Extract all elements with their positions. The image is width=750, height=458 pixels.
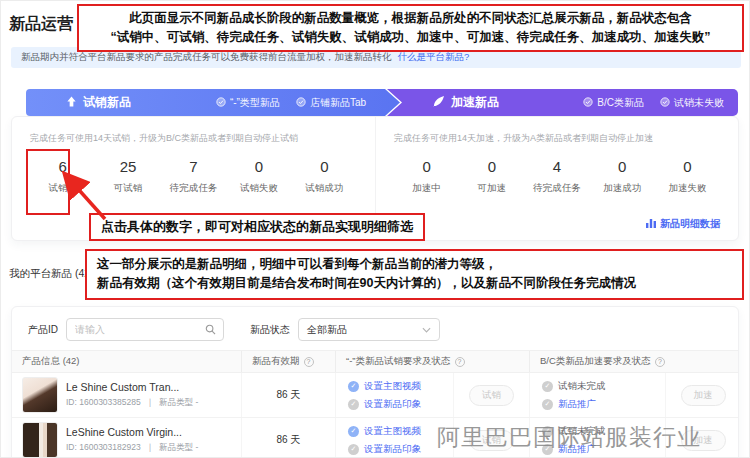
tab-accelerate-label: 加速新品 xyxy=(451,94,499,111)
accel-button-cell: 加速 xyxy=(666,373,739,417)
products-annotation-box: 这一部分展示的是新品明细，明细中可以看到每个新品当前的潜力等级， 新品有效期（这… xyxy=(85,249,744,300)
info-banner-text: 新品期内并符合平台新品要求的产品完成任务可以免费获得前台流量加权，加速新品转化 xyxy=(21,51,392,64)
check-icon xyxy=(348,399,359,410)
help-icon[interactable] xyxy=(304,357,314,367)
product-id-input[interactable] xyxy=(75,324,199,335)
product-name[interactable]: Le Shine Custom Tran... xyxy=(66,381,198,393)
product-id: ID: 1600303385285 xyxy=(66,397,141,409)
check-icon xyxy=(348,426,359,437)
what-is-platform-new-product-link[interactable]: 什么是平台新品? xyxy=(398,51,470,64)
task-set-main-video[interactable]: 设置主图视频 xyxy=(364,425,421,438)
tag-label: “-”类型新品 xyxy=(230,96,280,110)
products-annotation-line2: 新品有效期（这个有效期目前是结合发布时间在90天内计算的），以及新品不同阶段任务… xyxy=(97,274,732,293)
stat-accel-succeeded[interactable]: 0加速成功 xyxy=(590,158,655,195)
stat-accel-pending-tasks[interactable]: 4待完成任务 xyxy=(524,158,589,195)
validity-cell: 86 天 xyxy=(242,418,336,458)
accelerate-stats-hint: 完成任务可使用14天加速，升级为A类新品或者到期自动停止加速 xyxy=(394,132,720,145)
check-icon xyxy=(348,381,359,392)
arrow-up-launch-icon xyxy=(66,96,77,110)
new-product-detail-data-link[interactable]: 新品明细数据 xyxy=(646,217,720,231)
check-circle-icon xyxy=(660,97,670,109)
product-type: 新品类型 - xyxy=(159,442,198,454)
tab-trial-new-products[interactable]: 试销新品 “-”类型新品 店铺新品Tab xyxy=(26,89,400,116)
top-annotation-line1: 此页面显示不同新品成长阶段的新品数量概览，根据新品所处的不同状态汇总展示新品，新… xyxy=(85,9,736,28)
tag-store-new-product-tab: 店铺新品Tab xyxy=(296,96,366,110)
stat-trial-succeeded[interactable]: 0试销成功 xyxy=(292,158,357,195)
product-thumbnail xyxy=(22,422,58,458)
check-circle-icon xyxy=(583,97,593,109)
rocket-icon xyxy=(433,95,445,110)
stat-trial-in-progress[interactable]: 6试销中 xyxy=(30,158,95,195)
stat-accel-in-progress[interactable]: 0加速中 xyxy=(394,158,459,195)
bar-chart-icon xyxy=(646,218,656,230)
tab-accelerate-new-products[interactable]: 加速新品 B/C类新品 试销未失败 xyxy=(387,89,738,116)
product-id-label: 产品ID xyxy=(28,323,58,337)
product-id-input-wrap xyxy=(66,318,224,341)
product-info-cell: LeShine Custom Virgin... ID: 16003031829… xyxy=(12,418,242,458)
search-icon[interactable] xyxy=(205,324,216,337)
page-title: 新品运营 xyxy=(9,14,73,35)
chevron-down-icon xyxy=(422,324,431,335)
help-icon[interactable] xyxy=(455,357,465,367)
task-set-impression[interactable]: 设置新品印象 xyxy=(364,443,421,456)
trial-button[interactable]: 试销 xyxy=(469,385,514,406)
tag-label: B/C类新品 xyxy=(597,96,644,110)
status-filter-label: 新品状态 xyxy=(250,323,290,337)
task-set-main-video[interactable]: 设置主图视频 xyxy=(364,380,421,393)
task-new-product-promotion[interactable]: 新品推广 xyxy=(558,398,596,411)
col-accel-requirements: B/C类新品加速要求及状态 xyxy=(530,351,739,372)
stats-annotation-box: 点击具体的数字，即可对相应状态的新品实现明细筛选 xyxy=(89,213,425,241)
check-circle-icon xyxy=(296,97,306,109)
stat-trial-available[interactable]: 25可试销 xyxy=(95,158,160,195)
tag-bc-class-new-product: B/C类新品 xyxy=(583,96,644,110)
top-annotation-box: 此页面显示不同新品成长阶段的新品数量概览，根据新品所处的不同状态汇总展示新品，新… xyxy=(77,4,744,52)
detail-link-label: 新品明细数据 xyxy=(660,217,720,231)
trial-stats-hint: 完成任务可使用14天试销，升级为B/C类新品或者到期自动停止试销 xyxy=(30,132,357,145)
stat-accel-available[interactable]: 0可加速 xyxy=(459,158,524,195)
tag-dash-type-new-product: “-”类型新品 xyxy=(216,96,280,110)
tag-trial-not-failed: 试销未失败 xyxy=(660,96,724,110)
check-icon xyxy=(542,381,553,392)
task-set-impression[interactable]: 设置新品印象 xyxy=(364,398,421,411)
product-type: 新品类型 - xyxy=(159,397,198,409)
trial-tasks-cell: 设置主图视频 设置新品印象 xyxy=(336,373,454,417)
tag-label: 店铺新品Tab xyxy=(310,96,366,110)
check-circle-icon xyxy=(216,97,226,109)
table-header-row: 产品信息 (42) 新品有效期 “-”类新品试销要求及状态 B/C类新品加速要求… xyxy=(12,350,738,373)
task-trial-incomplete: 试销未完成 xyxy=(558,380,606,393)
filter-bar: 产品ID 新品状态 全部新品 xyxy=(12,307,738,350)
col-trial-requirements: “-”类新品试销要求及状态 xyxy=(336,351,530,372)
watermark: 阿里巴巴国际站服装行业 xyxy=(437,422,701,453)
help-icon[interactable] xyxy=(655,357,665,367)
status-select-value: 全部新品 xyxy=(307,323,347,337)
product-name[interactable]: LeShine Custom Virgin... xyxy=(66,426,198,438)
new-product-operations-page: 新品运营 此页面显示不同新品成长阶段的新品数量概览，根据新品所处的不同状态汇总展… xyxy=(0,0,750,458)
accel-tasks-cell: 试销未完成 新品推广 xyxy=(530,373,666,417)
product-id: ID: 1600303182923 xyxy=(66,442,141,454)
product-info-cell: Le Shine Custom Tran... ID: 160030338528… xyxy=(12,373,242,417)
stat-trial-failed[interactable]: 0试销失败 xyxy=(226,158,291,195)
col-validity: 新品有效期 xyxy=(242,351,336,372)
trial-button-cell: 试销 xyxy=(454,373,530,417)
check-icon xyxy=(348,444,359,455)
products-annotation-line1: 这一部分展示的是新品明细，明细中可以看到每个新品当前的潜力等级， xyxy=(97,255,732,274)
stat-trial-pending-tasks[interactable]: 7待完成任务 xyxy=(161,158,226,195)
col-product-info: 产品信息 (42) xyxy=(12,351,242,372)
tag-label: 试销未失败 xyxy=(674,96,724,110)
stat-accel-failed[interactable]: 0加速失败 xyxy=(655,158,720,195)
check-icon xyxy=(542,399,553,410)
table-row: Le Shine Custom Tran... ID: 160030338528… xyxy=(12,373,738,418)
validity-cell: 86 天 xyxy=(242,373,336,417)
status-select[interactable]: 全部新品 xyxy=(298,318,440,341)
tab-trial-label: 试销新品 xyxy=(83,94,131,111)
product-thumbnail xyxy=(22,377,58,413)
accelerate-button[interactable]: 加速 xyxy=(681,385,726,406)
top-annotation-line2: “试销中、可试销、待完成任务、试销失败、试销成功、加速中、可加速、待完成任务、加… xyxy=(85,28,736,47)
my-platform-products-title: 我的平台新品 (42) xyxy=(9,267,94,281)
